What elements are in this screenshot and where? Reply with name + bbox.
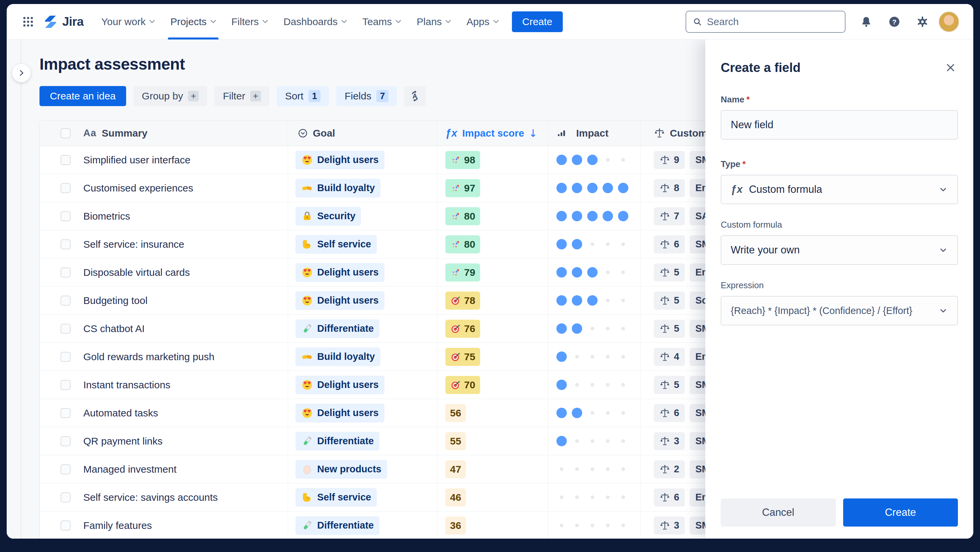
group-by-button[interactable]: Group by + bbox=[134, 86, 207, 106]
global-create-button[interactable]: Create bbox=[512, 11, 563, 32]
table-row[interactable]: Simplified user interface ♥♥ Delight use… bbox=[40, 146, 706, 174]
goal-badge[interactable]: ♥♥ Delight users bbox=[296, 404, 385, 423]
customer-segment-badge[interactable]: SMB bbox=[690, 517, 706, 534]
row-checkbox[interactable] bbox=[60, 324, 71, 334]
impact-rating-cell[interactable] bbox=[548, 483, 640, 511]
custom-formula-select[interactable]: Write your own bbox=[721, 235, 958, 265]
field-type-select[interactable]: ƒx Custom formula bbox=[721, 175, 958, 204]
customer-weight-badge[interactable]: 5 bbox=[654, 320, 685, 338]
customer-weight-badge[interactable]: 5 bbox=[654, 376, 685, 394]
table-row[interactable]: Budgeting tool ♥♥ Delight users 78 5 Sca… bbox=[40, 287, 706, 315]
row-checkbox[interactable] bbox=[60, 352, 71, 362]
nav-item-projects[interactable]: Projects bbox=[162, 4, 223, 40]
nav-item-plans[interactable]: Plans bbox=[409, 4, 459, 40]
customer-segment-badge[interactable]: Enterprise bbox=[690, 488, 706, 506]
impact-score-badge[interactable]: 56 bbox=[445, 404, 466, 422]
idea-summary[interactable]: Instant transactions bbox=[83, 379, 170, 391]
row-checkbox[interactable] bbox=[60, 183, 71, 193]
impact-score-badge[interactable]: 76 bbox=[445, 320, 480, 338]
customer-weight-badge[interactable]: 3 bbox=[654, 432, 685, 450]
goal-badge[interactable]: Build loyalty bbox=[296, 179, 380, 198]
impact-rating-cell[interactable] bbox=[548, 512, 640, 539]
impact-score-badge[interactable]: 80 bbox=[445, 207, 480, 225]
idea-summary[interactable]: Gold rewards marketing push bbox=[83, 351, 215, 362]
idea-summary[interactable]: Family features bbox=[83, 520, 152, 531]
idea-summary[interactable]: Automated tasks bbox=[83, 407, 158, 419]
customer-weight-badge[interactable]: 4 bbox=[654, 348, 685, 366]
customer-weight-badge[interactable]: 6 bbox=[654, 404, 685, 422]
impact-score-badge[interactable]: 55 bbox=[445, 432, 466, 450]
customer-segment-badge[interactable]: Enterprise bbox=[690, 263, 706, 282]
idea-summary[interactable]: Self service: savings accounts bbox=[83, 492, 218, 503]
idea-summary[interactable]: Managed investment bbox=[83, 464, 177, 475]
impact-header[interactable]: Impact bbox=[548, 121, 640, 146]
impact-rating-cell[interactable] bbox=[548, 343, 640, 370]
table-row[interactable]: Automated tasks ♥♥ Delight users 56 6 SM… bbox=[40, 399, 706, 427]
impact-rating-cell[interactable] bbox=[548, 371, 640, 399]
impact-score-badge[interactable]: 47 bbox=[445, 460, 466, 479]
nav-item-teams[interactable]: Teams bbox=[355, 4, 409, 40]
goal-badge[interactable]: Self service bbox=[296, 235, 377, 254]
impact-score-badge[interactable]: 78 bbox=[445, 292, 480, 310]
row-checkbox[interactable] bbox=[60, 268, 71, 278]
idea-summary[interactable]: Budgeting tool bbox=[83, 295, 148, 306]
table-row[interactable]: Managed investment New products 47 2 SMB bbox=[40, 455, 706, 483]
goal-badge[interactable]: Self service bbox=[296, 488, 377, 507]
nav-item-dashboards[interactable]: Dashboards bbox=[276, 4, 355, 40]
table-row[interactable]: CS chatbot AI Differentiate 76 5 SMB bbox=[40, 315, 706, 343]
impact-score-badge[interactable]: 98 bbox=[445, 151, 480, 169]
customer-segment-badge[interactable]: SMB bbox=[690, 376, 706, 394]
table-row[interactable]: QR payment links Differentiate 55 3 SMB bbox=[40, 427, 706, 455]
impact-rating-cell[interactable] bbox=[548, 315, 640, 343]
impact-rating-cell[interactable] bbox=[548, 230, 640, 258]
idea-summary[interactable]: Self service: insurance bbox=[83, 239, 185, 250]
idea-summary[interactable]: Biometrics bbox=[83, 211, 130, 222]
customer-weight-badge[interactable]: 7 bbox=[654, 207, 685, 225]
impact-score-badge[interactable]: 75 bbox=[445, 348, 480, 366]
nav-item-filters[interactable]: Filters bbox=[224, 4, 276, 40]
customer-weight-badge[interactable]: 5 bbox=[654, 292, 685, 310]
row-checkbox[interactable] bbox=[60, 295, 71, 306]
customer-weight-badge[interactable]: 2 bbox=[654, 460, 685, 479]
search-input[interactable] bbox=[707, 16, 838, 27]
notifications-button[interactable] bbox=[859, 14, 873, 29]
row-checkbox[interactable] bbox=[60, 155, 71, 165]
expand-sidebar-button[interactable] bbox=[12, 64, 31, 82]
impact-rating-cell[interactable] bbox=[548, 202, 640, 230]
goal-badge[interactable]: ♥♥ Delight users bbox=[296, 263, 385, 282]
impact-score-badge[interactable]: 70 bbox=[445, 376, 480, 394]
select-all-checkbox[interactable] bbox=[60, 128, 71, 138]
customer-segment-badge[interactable]: SMB bbox=[690, 320, 706, 338]
goal-badge[interactable]: Security bbox=[296, 207, 361, 226]
customer-weight-badge[interactable]: 6 bbox=[654, 235, 685, 254]
row-checkbox[interactable] bbox=[60, 520, 71, 531]
customer-segment-badge[interactable]: Enterprise bbox=[690, 179, 706, 197]
cancel-button[interactable]: Cancel bbox=[721, 498, 836, 526]
customer-weight-badge[interactable]: 5 bbox=[654, 263, 685, 282]
app-switcher-button[interactable] bbox=[19, 13, 38, 31]
expression-select[interactable]: {Reach} * {Impact} * (Confidence} / {Eff… bbox=[721, 296, 958, 325]
row-checkbox[interactable] bbox=[60, 380, 71, 390]
impact-rating-cell[interactable] bbox=[548, 455, 640, 483]
goal-badge[interactable]: ♥♥ Delight users bbox=[296, 291, 385, 310]
customer-segment-badge[interactable]: Enterprise bbox=[690, 348, 706, 366]
idea-summary[interactable]: Simplified user interface bbox=[83, 154, 190, 166]
row-checkbox[interactable] bbox=[60, 492, 71, 503]
field-name-input[interactable] bbox=[721, 110, 958, 140]
customer-segment-badge[interactable]: SMB bbox=[690, 404, 706, 422]
nav-item-apps[interactable]: Apps bbox=[459, 4, 506, 40]
goal-badge[interactable]: ♥♥ Delight users bbox=[296, 376, 385, 394]
table-row[interactable]: Self service: insurance Self service 80 … bbox=[40, 230, 706, 258]
close-panel-button[interactable] bbox=[943, 60, 958, 75]
idea-summary[interactable]: CS chatbot AI bbox=[83, 323, 145, 334]
goal-badge[interactable]: New products bbox=[296, 460, 387, 479]
goal-badge[interactable]: Differentiate bbox=[296, 516, 379, 535]
summary-header[interactable]: Aa Summary bbox=[40, 121, 288, 146]
goal-badge[interactable]: Differentiate bbox=[296, 432, 379, 451]
customer-weight-badge[interactable]: 9 bbox=[654, 151, 685, 169]
impact-score-badge[interactable]: 36 bbox=[445, 517, 466, 534]
row-checkbox[interactable] bbox=[60, 464, 71, 474]
customer-weight-badge[interactable]: 8 bbox=[654, 179, 685, 197]
row-checkbox[interactable] bbox=[60, 436, 71, 446]
table-row[interactable]: Instant transactions ♥♥ Delight users 70… bbox=[40, 371, 706, 399]
